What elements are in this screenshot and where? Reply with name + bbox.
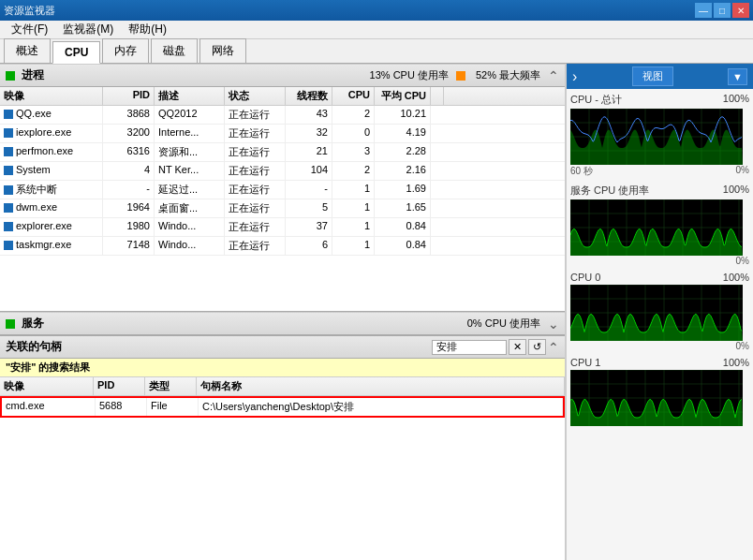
services-section: 服务 0% CPU 使用率 ⌄ [0, 311, 565, 335]
handle-col-image: 映像 [0, 377, 94, 395]
maximize-button[interactable]: □ [714, 3, 731, 18]
handle-col-type: 类型 [145, 377, 197, 395]
services-collapse-btn[interactable]: ⌄ [548, 317, 559, 332]
service-cpu-graph: 服务 CPU 使用率 100% 0% [570, 184, 749, 266]
process-table: 映像 PID 描述 状态 线程数 CPU 平均 CPU QQ.exe 3868 … [0, 87, 565, 311]
tab-cpu[interactable]: CPU [52, 41, 100, 64]
view-button[interactable]: 视图 [632, 66, 673, 86]
handles-table-body: cmd.exe 5688 File C:\Users\yancheng\Desk… [0, 396, 565, 418]
table-row[interactable]: perfmon.exe 6316 资源和... 正在运行 21 3 2.28 [0, 143, 565, 162]
table-row[interactable]: QQ.exe 3868 QQ2012 正在运行 43 2 10.21 [0, 106, 565, 125]
process-section-header: 进程 13% CPU 使用率 52% 最大频率 ⌃ [0, 64, 565, 87]
view-dropdown[interactable]: ▼ [728, 68, 747, 85]
table-row[interactable]: 系统中断 - 延迟过... 正在运行 - 1 1.69 [0, 181, 565, 199]
tab-memory[interactable]: 内存 [102, 38, 149, 63]
handles-title: 关联的句柄 [6, 339, 62, 355]
process-table-body: QQ.exe 3868 QQ2012 正在运行 43 2 10.21 iexpl… [0, 106, 565, 256]
process-section-title: 进程 [22, 67, 44, 83]
table-row[interactable]: System 4 NT Ker... 正在运行 104 2 2.16 [0, 162, 565, 181]
process-stats: 13% CPU 使用率 52% 最大频率 ⌃ [370, 68, 559, 83]
services-indicator [6, 319, 15, 329]
cpu-usage-stat: 13% CPU 使用率 [370, 68, 449, 82]
cpu0-graph: CPU 0 100% 0% [570, 272, 749, 351]
col-header-pid: PID [103, 87, 155, 105]
close-button[interactable]: ✕ [732, 3, 749, 18]
cpu-total-label: CPU - 总计 100% [570, 93, 749, 107]
handle-col-name: 句柄名称 [197, 377, 565, 395]
menu-file[interactable]: 文件(F) [4, 20, 55, 39]
max-usage-stat: 52% 最大频率 [476, 68, 540, 82]
menu-help[interactable]: 帮助(H) [121, 20, 174, 39]
left-panel: 进程 13% CPU 使用率 52% 最大频率 ⌃ 映像 PID 描述 状态 线… [0, 64, 566, 560]
expand-icon[interactable]: › [572, 68, 577, 85]
table-row[interactable]: taskmgr.exe 7148 Windo... 正在运行 6 1 0.84 [0, 237, 565, 256]
menu-monitor[interactable]: 监视器(M) [55, 20, 121, 39]
window-controls: — □ ✕ [695, 3, 749, 18]
minimize-button[interactable]: — [695, 3, 712, 18]
table-row[interactable]: explorer.exe 1980 Windo... 正在运行 37 1 0.8… [0, 218, 565, 237]
cpu-graphs-container: CPU - 总计 100% 60 秒 0% 服务 CPU 使用率 100% [567, 89, 753, 560]
table-row[interactable]: iexplore.exe 3200 Interne... 正在运行 32 0 4… [0, 125, 565, 143]
cpu1-canvas [570, 370, 743, 426]
handles-table-header: 映像 PID 类型 句柄名称 [0, 377, 565, 396]
cpu-total-graph: CPU - 总计 100% 60 秒 0% [570, 93, 749, 178]
col-header-desc: 描述 [155, 87, 225, 105]
col-header-status: 状态 [225, 87, 286, 105]
cpu0-bottom: 0% [570, 341, 749, 351]
search-result-header: "安排" 的搜索结果 [0, 359, 565, 377]
service-cpu-canvas [570, 199, 743, 256]
search-go-btn[interactable]: ↺ [528, 339, 546, 355]
service-cpu-bottom: 0% [570, 256, 749, 266]
search-controls: ✕ ↺ ⌃ [432, 339, 559, 355]
handles-section: 关联的句柄 ✕ ↺ ⌃ "安排" 的搜索结果 映像 PID 类型 句柄名称 c [0, 335, 565, 560]
max-indicator [456, 71, 465, 81]
table-row[interactable]: dwm.exe 1964 桌面窗... 正在运行 5 1 1.65 [0, 199, 565, 218]
process-collapse-btn[interactable]: ⌃ [548, 68, 559, 83]
col-header-cpu: CPU [332, 87, 375, 105]
col-header-threads: 线程数 [286, 87, 332, 105]
handles-collapse-btn[interactable]: ⌃ [548, 340, 559, 355]
right-panel-header: › 视图 ▼ [567, 64, 753, 89]
search-input[interactable] [432, 340, 507, 355]
right-panel: › 视图 ▼ CPU - 总计 100% 60 秒 0% 服务 [566, 64, 753, 560]
title-bar: 资源监视器 — □ ✕ [0, 0, 753, 21]
main-area: 进程 13% CPU 使用率 52% 最大频率 ⌃ 映像 PID 描述 状态 线… [0, 64, 753, 560]
tab-disk[interactable]: 磁盘 [151, 38, 198, 63]
cpu-total-bottom: 60 秒 0% [570, 165, 749, 178]
menu-bar: 文件(F) 监视器(M) 帮助(H) [0, 21, 753, 39]
handle-row[interactable]: cmd.exe 5688 File C:\Users\yancheng\Desk… [0, 396, 565, 418]
col-header-avgcpu: 平均 CPU [375, 87, 431, 105]
services-cpu-stat: 0% CPU 使用率 [467, 317, 540, 331]
tab-bar: 概述 CPU 内存 磁盘 网络 [0, 39, 753, 64]
handles-search-header: 关联的句柄 ✕ ↺ ⌃ [0, 336, 565, 359]
col-scrollbar-spacer [431, 87, 444, 105]
tab-network[interactable]: 网络 [199, 38, 246, 63]
cpu1-label: CPU 1 100% [570, 357, 749, 368]
col-header-image: 映像 [0, 87, 103, 105]
process-table-header: 映像 PID 描述 状态 线程数 CPU 平均 CPU [0, 87, 565, 106]
service-cpu-label: 服务 CPU 使用率 100% [570, 184, 749, 198]
cpu-total-canvas [570, 109, 743, 165]
cpu1-graph: CPU 1 100% [570, 357, 749, 426]
services-title: 服务 [22, 316, 44, 332]
cpu0-canvas [570, 285, 743, 341]
app-title: 资源监视器 [4, 4, 695, 18]
tab-overview[interactable]: 概述 [4, 38, 51, 63]
search-clear-btn[interactable]: ✕ [509, 339, 526, 355]
handles-table: 映像 PID 类型 句柄名称 cmd.exe 5688 File C:\User… [0, 377, 565, 560]
cpu-indicator [6, 71, 15, 81]
handle-col-pid: PID [94, 377, 145, 395]
services-stats: 0% CPU 使用率 ⌄ [467, 317, 559, 332]
cpu0-label: CPU 0 100% [570, 272, 749, 283]
services-section-header: 服务 0% CPU 使用率 ⌄ [0, 312, 565, 335]
